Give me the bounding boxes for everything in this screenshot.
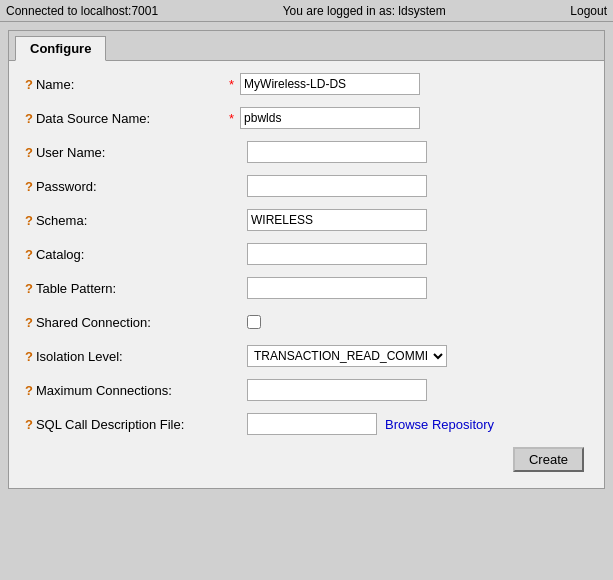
logout-link[interactable]: Logout — [570, 4, 607, 18]
isolation-level-label-cell: ? Isolation Level : — [25, 349, 225, 364]
catalog-label: Catalog — [36, 247, 81, 262]
password-input-cell — [225, 175, 588, 197]
isolation-level-row: ? Isolation Level : TRANSACTION_READ_COM… — [25, 343, 588, 369]
schema-label-cell: ? Schema : — [25, 213, 225, 228]
sql-call-row: ? SQL Call Description File : Browse Rep… — [25, 411, 588, 437]
form-area: ? Name : * ? Data Source Name : * — [9, 61, 604, 488]
sql-call-input-cell: Browse Repository — [225, 413, 588, 435]
browse-repository-link[interactable]: Browse Repository — [385, 417, 494, 432]
catalog-help-icon[interactable]: ? — [25, 247, 33, 262]
table-pattern-label-cell: ? Table Pattern : — [25, 281, 225, 296]
logged-in-info: You are logged in as: ldsystem — [283, 4, 446, 18]
table-pattern-colon: : — [113, 281, 117, 296]
sql-call-label-cell: ? SQL Call Description File : — [25, 417, 225, 432]
table-pattern-row: ? Table Pattern : — [25, 275, 588, 301]
datasource-row: ? Data Source Name : * — [25, 105, 588, 131]
table-pattern-input[interactable] — [247, 277, 427, 299]
catalog-input-cell — [225, 243, 588, 265]
max-connections-help-icon[interactable]: ? — [25, 383, 33, 398]
isolation-level-input-cell: TRANSACTION_READ_COMMITTED TRANSACTION_R… — [225, 345, 588, 367]
password-help-icon[interactable]: ? — [25, 179, 33, 194]
isolation-level-help-icon[interactable]: ? — [25, 349, 33, 364]
max-connections-input[interactable] — [247, 379, 427, 401]
isolation-level-colon: : — [119, 349, 123, 364]
datasource-label-cell: ? Data Source Name : — [25, 111, 225, 126]
datasource-help-icon[interactable]: ? — [25, 111, 33, 126]
username-row: ? User Name : — [25, 139, 588, 165]
schema-input[interactable] — [247, 209, 427, 231]
password-label: Password — [36, 179, 93, 194]
configure-tab[interactable]: Configure — [15, 36, 106, 61]
max-connections-input-cell — [225, 379, 588, 401]
max-connections-row: ? Maximum Connections : — [25, 377, 588, 403]
password-colon: : — [93, 179, 97, 194]
shared-connection-help-icon[interactable]: ? — [25, 315, 33, 330]
table-pattern-help-icon[interactable]: ? — [25, 281, 33, 296]
password-row: ? Password : — [25, 173, 588, 199]
table-pattern-label: Table Pattern — [36, 281, 113, 296]
name-required: * — [229, 77, 234, 92]
schema-colon: : — [84, 213, 88, 228]
datasource-input[interactable] — [240, 107, 420, 129]
schema-input-cell — [225, 209, 588, 231]
datasource-label: Data Source Name — [36, 111, 147, 126]
sql-call-help-icon[interactable]: ? — [25, 417, 33, 432]
catalog-input[interactable] — [247, 243, 427, 265]
shared-connection-label: Shared Connection — [36, 315, 147, 330]
name-input-cell: * — [225, 73, 588, 95]
shared-connection-label-cell: ? Shared Connection : — [25, 315, 225, 330]
username-help-icon[interactable]: ? — [25, 145, 33, 160]
name-row: ? Name : * — [25, 71, 588, 97]
sql-call-input[interactable] — [247, 413, 377, 435]
button-row: Create — [25, 447, 588, 472]
schema-label: Schema — [36, 213, 84, 228]
schema-help-icon[interactable]: ? — [25, 213, 33, 228]
tab-header: Configure — [9, 31, 604, 61]
table-pattern-input-cell — [225, 277, 588, 299]
shared-connection-input-cell — [225, 315, 588, 329]
shared-connection-row: ? Shared Connection : — [25, 309, 588, 335]
max-connections-label: Maximum Connections — [36, 383, 168, 398]
max-connections-label-cell: ? Maximum Connections : — [25, 383, 225, 398]
name-input[interactable] — [240, 73, 420, 95]
username-colon: : — [102, 145, 106, 160]
username-input-cell — [225, 141, 588, 163]
logout-link-container: Logout — [570, 3, 607, 18]
name-help-icon[interactable]: ? — [25, 77, 33, 92]
max-connections-colon: : — [168, 383, 172, 398]
name-colon: : — [71, 77, 75, 92]
username-label-cell: ? User Name : — [25, 145, 225, 160]
isolation-level-label: Isolation Level — [36, 349, 119, 364]
name-label: Name — [36, 77, 71, 92]
sql-call-label: SQL Call Description File — [36, 417, 181, 432]
password-input[interactable] — [247, 175, 427, 197]
catalog-label-cell: ? Catalog : — [25, 247, 225, 262]
username-label: User Name — [36, 145, 102, 160]
datasource-colon: : — [147, 111, 151, 126]
datasource-required: * — [229, 111, 234, 126]
create-button[interactable]: Create — [513, 447, 584, 472]
username-input[interactable] — [247, 141, 427, 163]
sql-call-colon: : — [181, 417, 185, 432]
shared-connection-checkbox[interactable] — [247, 315, 261, 329]
connection-info: Connected to localhost:7001 — [6, 4, 158, 18]
catalog-colon: : — [81, 247, 85, 262]
schema-row: ? Schema : — [25, 207, 588, 233]
name-label-cell: ? Name : — [25, 77, 225, 92]
isolation-level-select[interactable]: TRANSACTION_READ_COMMITTED TRANSACTION_R… — [247, 345, 447, 367]
top-bar: Connected to localhost:7001 You are logg… — [0, 0, 613, 22]
main-container: Configure ? Name : * ? Data Source Name … — [8, 30, 605, 489]
catalog-row: ? Catalog : — [25, 241, 588, 267]
shared-connection-colon: : — [147, 315, 151, 330]
datasource-input-cell: * — [225, 107, 588, 129]
password-label-cell: ? Password : — [25, 179, 225, 194]
